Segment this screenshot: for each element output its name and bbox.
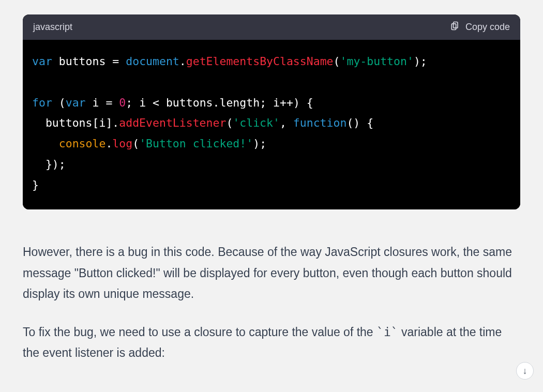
- code-token: ; i++) {: [260, 96, 313, 109]
- code-token: (: [226, 116, 233, 129]
- paragraph-fix-intro: To fix the bug, we need to use a closure…: [23, 322, 520, 364]
- code-token: log: [112, 137, 132, 150]
- code-body[interactable]: var buttons = document.getElementsByClas…: [23, 40, 520, 209]
- code-header: javascript Copy code: [23, 14, 520, 40]
- code-block: javascript Copy code var buttons = docum…: [23, 14, 520, 209]
- code-token: 0: [119, 96, 126, 109]
- code-token: var: [32, 55, 52, 68]
- code-token: });: [32, 158, 66, 171]
- explanation-text: However, there is a bug in this code. Be…: [23, 242, 520, 363]
- code-token: [119, 55, 126, 68]
- code-token: var: [66, 96, 86, 109]
- code-token: buttons: [52, 55, 113, 68]
- code-token: .: [105, 137, 112, 150]
- code-token: for: [32, 96, 52, 109]
- language-label: javascript: [33, 22, 72, 33]
- code-token: (: [52, 96, 66, 109]
- code-token: length: [219, 96, 260, 109]
- code-token: );: [253, 137, 266, 150]
- code-token: buttons[i].: [32, 116, 119, 129]
- code-token: (: [132, 137, 139, 150]
- scroll-down-button[interactable]: ↓: [516, 362, 534, 380]
- code-token: 'click': [233, 116, 280, 129]
- code-token: addEventListener: [119, 116, 226, 129]
- code-token: i =: [86, 96, 119, 109]
- copy-code-button[interactable]: Copy code: [450, 21, 510, 34]
- code-token: document: [126, 55, 179, 68]
- code-token: 'my-button': [340, 55, 414, 68]
- code-token: (: [334, 55, 340, 68]
- code-token: ; i < buttons.: [126, 96, 219, 109]
- code-token: );: [414, 55, 427, 68]
- code-token: ) {: [353, 116, 373, 129]
- copy-code-label: Copy code: [465, 22, 510, 33]
- code-token: }: [32, 178, 39, 191]
- clipboard-icon: [450, 21, 460, 34]
- text-fragment: To fix the bug, we need to use a closure…: [23, 325, 376, 339]
- paragraph-bug-description: However, there is a bug in this code. Be…: [23, 242, 520, 304]
- code-token: ,: [280, 116, 293, 129]
- code-token: getElementsByClassName: [186, 55, 334, 68]
- code-token: (: [346, 116, 353, 129]
- arrow-down-icon: ↓: [523, 366, 527, 376]
- code-token: =: [112, 55, 119, 68]
- code-token: console: [59, 137, 106, 150]
- code-token: [32, 137, 59, 150]
- inline-code-i: `i`: [376, 325, 398, 339]
- code-token: .: [179, 55, 186, 68]
- code-token: function: [293, 116, 347, 129]
- code-token: 'Button clicked!': [139, 137, 253, 150]
